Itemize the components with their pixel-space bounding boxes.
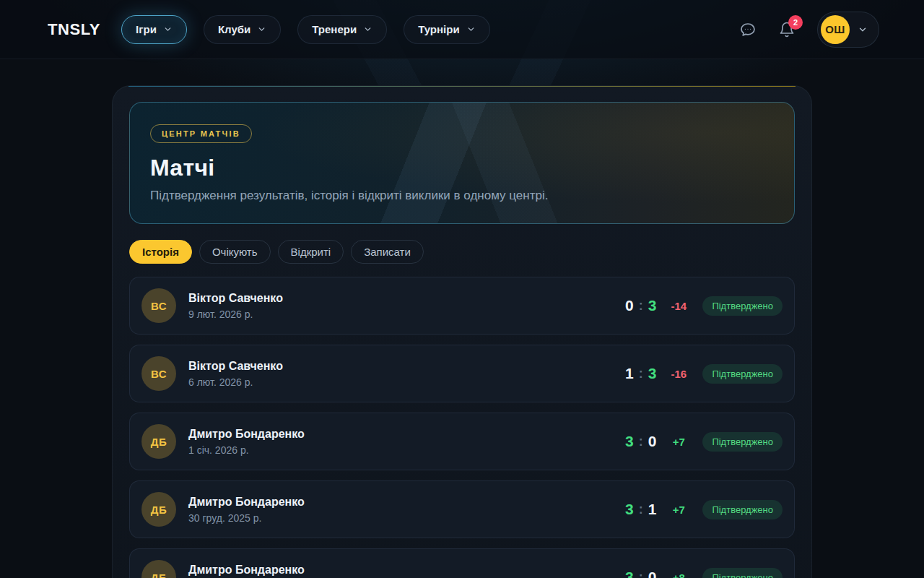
opponent-avatar: ДБ: [141, 492, 176, 527]
messages-button[interactable]: [739, 21, 757, 38]
nav-item-2[interactable]: Тренери: [297, 15, 387, 44]
hero-badge: ЦЕНТР МАТЧІВ: [150, 124, 252, 143]
score-right: 3: [648, 297, 657, 314]
rating-delta: +7: [662, 504, 695, 516]
match-score: 3 : 0: [625, 433, 656, 450]
opponent-avatar: ДБ: [141, 424, 176, 459]
chevron-down-icon: [257, 25, 266, 34]
rating-delta: +7: [662, 436, 695, 448]
score-left: 1: [625, 365, 634, 382]
avatar: ОШ: [821, 15, 850, 44]
opponent-info: Дмитро Бондаренко 1 січ. 2026 р.: [188, 428, 305, 456]
rating-delta: -16: [662, 368, 695, 380]
opponent-name: Дмитро Бондаренко: [188, 564, 305, 577]
match-result: 1 : 3 -16 Підтверджено: [625, 364, 783, 384]
score-separator: :: [639, 502, 643, 517]
notifications-button[interactable]: 2: [778, 21, 796, 38]
match-date: 9 лют. 2026 р.: [188, 309, 283, 320]
opponent-info: Дмитро Бондаренко: [188, 564, 305, 578]
chevron-down-icon: [858, 25, 868, 35]
match-row[interactable]: ВС Віктор Савченко 9 лют. 2026 р. 0 : 3 …: [129, 277, 795, 335]
brand-logo: TNSLY: [48, 20, 100, 39]
nav-item-0[interactable]: Ігри: [121, 15, 187, 44]
page-title: Матчі: [150, 155, 774, 181]
score-separator: :: [639, 570, 643, 578]
match-score: 3 : 0: [625, 569, 656, 578]
score-separator: :: [639, 366, 643, 381]
opponent-info: Віктор Савченко 6 лют. 2026 р.: [188, 360, 283, 388]
tab-label: Записати: [364, 246, 411, 258]
match-date: 6 лют. 2026 р.: [188, 376, 283, 388]
tab-label: Очікують: [212, 246, 258, 258]
opponent-info: Дмитро Бондаренко 30 груд. 2025 р.: [188, 496, 305, 524]
opponent-name: Віктор Савченко: [188, 292, 283, 305]
nav-item-1[interactable]: Клуби: [204, 15, 281, 44]
chevron-down-icon: [466, 25, 476, 34]
opponent-avatar: ДБ: [141, 560, 176, 578]
page-subtitle: Підтвердження результатів, історія і від…: [150, 189, 774, 203]
match-result: 3 : 0 +7 Підтверджено: [625, 432, 783, 452]
match-score: 1 : 3: [625, 365, 656, 382]
score-right: 0: [648, 569, 657, 578]
match-row[interactable]: ДБ Дмитро Бондаренко 3 : 0 +8 Підтвердже…: [129, 548, 795, 578]
score-left: 3: [625, 433, 634, 450]
score-left: 0: [625, 297, 634, 314]
score-left: 3: [625, 569, 634, 578]
chevron-down-icon: [163, 25, 173, 34]
score-separator: :: [639, 434, 643, 449]
score-left: 3: [625, 501, 634, 518]
tab-label: Історія: [142, 246, 179, 258]
match-date: 1 січ. 2026 р.: [188, 444, 305, 456]
status-badge: Підтверджено: [702, 432, 783, 452]
top-navbar: TNSLY Ігри Клуби Тренери Турніри: [0, 0, 924, 59]
tab-0[interactable]: Історія: [129, 240, 192, 264]
score-separator: :: [639, 298, 643, 314]
match-date: 30 груд. 2025 р.: [188, 512, 305, 524]
match-row[interactable]: ДБ Дмитро Бондаренко 1 січ. 2026 р. 3 : …: [129, 413, 795, 470]
nav-item-3[interactable]: Турніри: [404, 15, 490, 44]
score-right: 3: [648, 365, 657, 382]
match-row[interactable]: ВС Віктор Савченко 6 лют. 2026 р. 1 : 3 …: [129, 345, 795, 402]
status-badge: Підтверджено: [702, 568, 783, 578]
status-badge: Підтверджено: [702, 500, 783, 519]
opponent-info: Віктор Савченко 9 лют. 2026 р.: [188, 292, 283, 320]
match-result: 3 : 0 +8 Підтверджено: [625, 568, 783, 578]
nav-item-label: Турніри: [418, 23, 460, 35]
tab-label: Відкриті: [291, 246, 331, 258]
opponent-avatar: ВС: [141, 356, 176, 391]
chat-icon: [739, 21, 757, 38]
match-score: 3 : 1: [625, 501, 656, 518]
status-badge: Підтверджено: [702, 364, 783, 384]
nav-item-label: Клуби: [218, 23, 250, 35]
navbar-actions: 2 ОШ: [739, 12, 879, 48]
score-right: 0: [648, 433, 657, 450]
chevron-down-icon: [363, 25, 372, 34]
matches-panel: ЦЕНТР МАТЧІВ Матчі Підтвердження результ…: [112, 85, 812, 578]
status-badge: Підтверджено: [702, 296, 783, 316]
nav-item-label: Тренери: [312, 23, 357, 35]
notification-count-badge: 2: [788, 15, 803, 30]
user-menu-button[interactable]: ОШ: [817, 12, 879, 48]
match-list: ВС Віктор Савченко 9 лют. 2026 р. 0 : 3 …: [129, 277, 795, 578]
match-score: 0 : 3: [625, 297, 656, 314]
tab-1[interactable]: Очікують: [199, 240, 271, 264]
opponent-name: Дмитро Бондаренко: [188, 496, 305, 509]
primary-nav: Ігри Клуби Тренери Турніри: [121, 15, 490, 44]
match-result: 0 : 3 -14 Підтверджено: [625, 296, 783, 316]
opponent-avatar: ВС: [141, 288, 176, 323]
opponent-name: Віктор Савченко: [188, 360, 283, 373]
tab-3[interactable]: Записати: [351, 240, 424, 264]
rating-delta: -14: [662, 300, 695, 312]
score-right: 1: [648, 501, 657, 518]
match-filter-tabs: Історія Очікують Відкриті Записати: [129, 240, 795, 264]
opponent-name: Дмитро Бондаренко: [188, 428, 305, 441]
nav-item-label: Ігри: [136, 23, 157, 35]
tab-2[interactable]: Відкриті: [278, 240, 344, 264]
match-row[interactable]: ДБ Дмитро Бондаренко 30 груд. 2025 р. 3 …: [129, 480, 795, 538]
rating-delta: +8: [662, 571, 695, 578]
match-result: 3 : 1 +7 Підтверджено: [625, 500, 783, 519]
hero-card: ЦЕНТР МАТЧІВ Матчі Підтвердження результ…: [129, 102, 795, 224]
